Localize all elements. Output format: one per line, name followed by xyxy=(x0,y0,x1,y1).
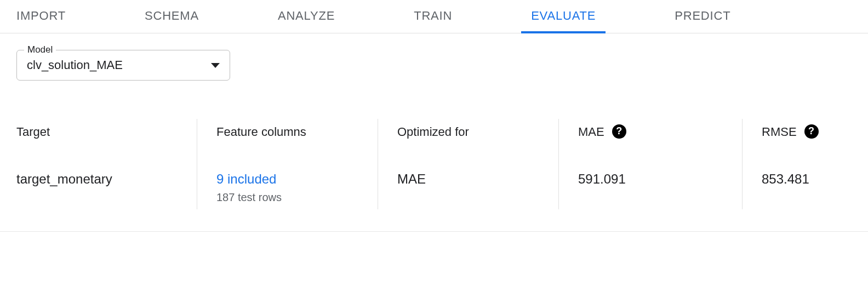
tabs-nav: IMPORT SCHEMA ANALYZE TRAIN EVALUATE PRE… xyxy=(0,0,868,33)
metric-optimized-label: Optimized for xyxy=(397,124,539,156)
model-selected-value: clv_solution_MAE xyxy=(27,58,123,72)
tab-train[interactable]: TRAIN xyxy=(414,0,478,33)
metric-mae-value: 591.091 xyxy=(578,171,723,187)
metric-rmse-value: 853.481 xyxy=(762,171,832,187)
tab-predict[interactable]: PREDICT xyxy=(675,0,757,33)
help-icon[interactable]: ? xyxy=(804,124,819,139)
metric-rmse: RMSE ? 853.481 xyxy=(743,119,852,209)
metric-mae-label-text: MAE xyxy=(578,124,604,140)
metric-features-label: Feature columns xyxy=(216,124,358,156)
tab-import[interactable]: IMPORT xyxy=(16,0,92,33)
metric-target: Target target_monetary xyxy=(16,119,197,209)
metric-rmse-label-text: RMSE xyxy=(762,124,797,140)
metric-target-value: target_monetary xyxy=(16,171,178,187)
metric-target-label: Target xyxy=(16,124,178,156)
metric-features-link[interactable]: 9 included xyxy=(216,171,358,187)
metrics-row: Target target_monetary Feature columns 9… xyxy=(0,119,868,232)
metric-optimized-value: MAE xyxy=(397,171,539,187)
tab-schema[interactable]: SCHEMA xyxy=(145,0,225,33)
chevron-down-icon xyxy=(211,63,220,68)
metric-optimized: Optimized for MAE xyxy=(378,119,559,209)
metric-rmse-label: RMSE ? xyxy=(762,124,832,156)
model-field: Model clv_solution_MAE xyxy=(16,50,230,81)
content-area: Model clv_solution_MAE xyxy=(0,33,868,81)
metric-mae-label: MAE ? xyxy=(578,124,723,156)
tab-evaluate[interactable]: EVALUATE xyxy=(531,0,622,33)
metric-features-sub: 187 test rows xyxy=(216,191,358,204)
metric-features: Feature columns 9 included 187 test rows xyxy=(197,119,378,209)
model-label: Model xyxy=(24,44,56,55)
help-icon[interactable]: ? xyxy=(612,124,626,139)
metric-mae: MAE ? 591.091 xyxy=(559,119,743,209)
tab-analyze[interactable]: ANALYZE xyxy=(278,0,361,33)
